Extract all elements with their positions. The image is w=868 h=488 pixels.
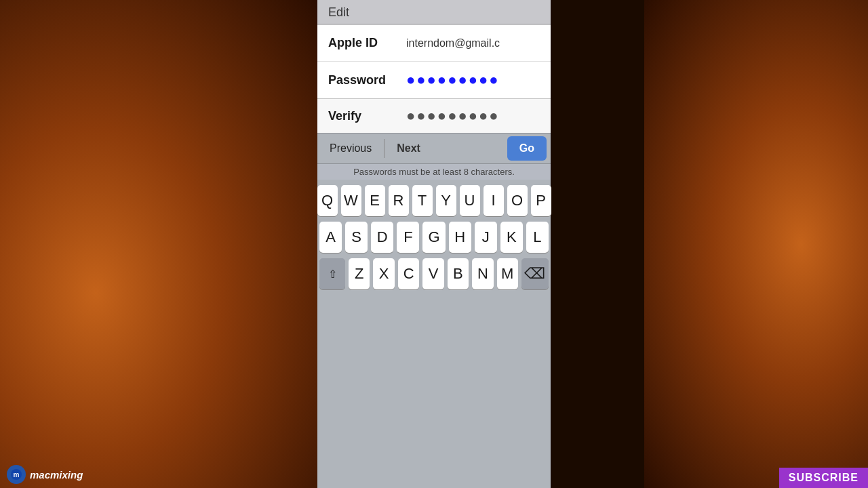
previous-button[interactable]: Previous (317, 137, 384, 160)
key-u[interactable]: U (460, 185, 480, 216)
key-y[interactable]: Y (436, 185, 456, 216)
key-g[interactable]: G (422, 222, 445, 253)
key-d[interactable]: D (371, 222, 393, 253)
apple-id-label: Apple ID (328, 36, 406, 50)
key-b[interactable]: B (448, 258, 469, 289)
key-z[interactable]: Z (349, 258, 370, 289)
edit-button[interactable]: Edit (328, 5, 349, 19)
password-row[interactable]: Password ●●●●●●●●● (317, 62, 551, 98)
key-n[interactable]: N (472, 258, 493, 289)
key-s[interactable]: S (345, 222, 368, 253)
key-x[interactable]: X (373, 258, 394, 289)
subscribe-badge[interactable]: SUBSCRIBE (779, 468, 868, 488)
phone-screen: Edit Apple ID interndom@gmail.c Password… (317, 0, 551, 488)
hint-text: Passwords must be at least 8 characters. (317, 164, 551, 180)
key-r[interactable]: R (389, 185, 409, 216)
key-t[interactable]: T (412, 185, 433, 216)
svg-text:m: m (14, 471, 20, 479)
bottom-bar: m macmixing SUBSCRIBE (0, 461, 868, 488)
top-bar: Edit (317, 0, 551, 24)
logo-text: macmixing (30, 469, 83, 481)
keyboard-row-1: Q W E R T Y U I O P (319, 185, 549, 216)
key-f[interactable]: F (397, 222, 419, 253)
verify-label: Verify (328, 109, 406, 123)
password-value[interactable]: ●●●●●●●●● (406, 71, 500, 89)
macmixing-logo: m macmixing (7, 465, 83, 484)
apple-id-value[interactable]: interndom@gmail.c (406, 37, 540, 49)
key-c[interactable]: C (398, 258, 419, 289)
background-right (644, 0, 868, 488)
key-o[interactable]: O (507, 185, 528, 216)
form-area: Apple ID interndom@gmail.c Password ●●●●… (317, 24, 551, 99)
key-e[interactable]: E (365, 185, 385, 216)
background-left (0, 0, 319, 488)
key-l[interactable]: L (526, 222, 549, 253)
next-button[interactable]: Next (384, 137, 433, 160)
key-v[interactable]: V (422, 258, 443, 289)
key-p[interactable]: P (531, 185, 551, 216)
key-m[interactable]: M (497, 258, 518, 289)
keyboard-row-3: ⇧ Z X C V B N M ⌫ (319, 258, 549, 289)
go-button[interactable]: Go (507, 136, 547, 161)
key-w[interactable]: W (341, 185, 361, 216)
keyboard-toolbar: Previous Next Go (317, 133, 551, 164)
key-a[interactable]: A (319, 222, 342, 253)
logo-icon: m (7, 465, 26, 484)
key-h[interactable]: H (449, 222, 471, 253)
delete-key[interactable]: ⌫ (521, 258, 549, 289)
verify-value[interactable]: ●●●●●●●●● (406, 107, 500, 125)
key-j[interactable]: J (475, 222, 497, 253)
keyboard-row-2: A S D F G H J K L (319, 222, 549, 253)
key-k[interactable]: K (500, 222, 523, 253)
verify-row[interactable]: Verify ●●●●●●●●● (317, 99, 551, 133)
keyboard: Q W E R T Y U I O P A S D F G H J K L ⇧ … (317, 180, 551, 488)
apple-id-row[interactable]: Apple ID interndom@gmail.c (317, 25, 551, 62)
key-i[interactable]: I (484, 185, 504, 216)
password-label: Password (328, 73, 406, 87)
key-q[interactable]: Q (317, 185, 338, 216)
shift-key[interactable]: ⇧ (319, 258, 345, 289)
